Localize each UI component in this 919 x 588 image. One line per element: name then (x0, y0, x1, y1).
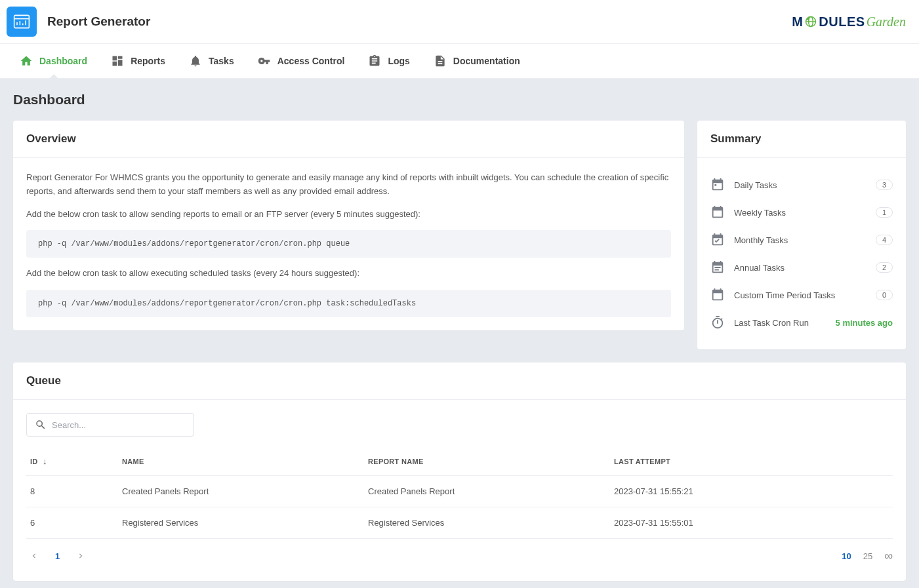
summary-list: Daily Tasks 3 Weekly Tasks 1 Monthly Tas… (710, 171, 893, 336)
topbar: Report Generator M DULES Garden (0, 0, 919, 44)
chevron-left-icon (30, 551, 39, 560)
cell-name: Registered Services (118, 507, 364, 539)
brand-part1: M (792, 14, 803, 29)
overview-cron2-label: Add the below cron task to allow executi… (26, 267, 671, 281)
summary-body: Daily Tasks 3 Weekly Tasks 1 Monthly Tas… (697, 158, 906, 349)
nav-label: Reports (131, 56, 165, 66)
summary-last-run-value: 5 minutes ago (836, 318, 893, 328)
search-wrap (26, 413, 893, 437)
table-row[interactable]: 6 Registered Services Registered Service… (26, 507, 893, 539)
summary-item-last-run: Last Task Cron Run 5 minutes ago (710, 309, 893, 336)
clipboard-icon (368, 54, 381, 68)
cell-id: 6 (26, 507, 118, 539)
stopwatch-icon (710, 315, 725, 330)
nav-label: Access Control (277, 56, 345, 66)
cell-attempt: 2023-07-31 15:55:21 (610, 476, 893, 507)
topbar-left: Report Generator (7, 7, 150, 37)
report-icon (12, 12, 31, 31)
pager-prev[interactable] (26, 548, 42, 564)
nav-tasks[interactable]: Tasks (177, 44, 246, 78)
page-body: Dashboard Overview Report Generator For … (0, 79, 919, 588)
summary-count: 2 (876, 262, 893, 273)
nav-access-control[interactable]: Access Control (246, 44, 357, 78)
key-icon (258, 54, 271, 68)
summary-count: 3 (876, 180, 893, 190)
queue-table: ID ↓ NAME REPORT NAME LAST ATTEMPT 8 Cre… (26, 447, 893, 539)
nav-label: Documentation (453, 56, 520, 66)
globe-icon (804, 15, 817, 28)
col-name-header[interactable]: NAME (118, 447, 364, 476)
brand-part3: Garden (867, 14, 906, 29)
page-title: Dashboard (13, 92, 906, 108)
overview-cron1-label: Add the below cron task to allow sending… (26, 208, 671, 222)
nav-logs[interactable]: Logs (356, 44, 421, 78)
doc-icon (434, 54, 447, 68)
nav-label: Dashboard (39, 56, 87, 66)
calendar-icon (710, 288, 725, 302)
cell-id: 8 (26, 476, 118, 507)
overview-cron2-cmd: php -q /var/www/modules/addons/reportgen… (26, 290, 671, 317)
pager: 1 (26, 548, 89, 564)
queue-heading: Queue (13, 363, 906, 400)
cell-report: Created Panels Report (364, 476, 610, 507)
home-icon (20, 54, 33, 68)
page-size-25[interactable]: 25 (863, 551, 872, 561)
calendar-icon (710, 205, 725, 220)
col-id-header[interactable]: ID ↓ (26, 447, 118, 476)
overview-intro: Report Generator For WHMCS grants you th… (26, 171, 671, 199)
overview-heading: Overview (13, 121, 684, 158)
brand-part2: DULES (819, 14, 865, 29)
summary-item-custom[interactable]: Custom Time Period Tasks 0 (710, 281, 893, 309)
svg-rect-0 (14, 15, 30, 28)
pager-next[interactable] (73, 548, 89, 564)
calendar-list-icon (710, 260, 725, 275)
summary-card: Summary Daily Tasks 3 Weekly Tasks 1 (697, 121, 906, 349)
overview-card: Overview Report Generator For WHMCS gran… (13, 121, 684, 330)
queue-card: Queue ID ↓ NAME REPORT NAME (13, 363, 906, 581)
search-input[interactable] (52, 420, 187, 430)
overview-cron1-cmd: php -q /var/www/modules/addons/reportgen… (26, 230, 671, 258)
summary-item-monthly[interactable]: Monthly Tasks 4 (710, 226, 893, 254)
cell-name: Created Panels Report (118, 476, 364, 507)
summary-label: Monthly Tasks (734, 235, 867, 245)
summary-item-daily[interactable]: Daily Tasks 3 (710, 171, 893, 199)
pager-page-1[interactable]: 1 (51, 550, 64, 562)
table-row[interactable]: 8 Created Panels Report Created Panels R… (26, 476, 893, 507)
summary-heading: Summary (697, 121, 906, 158)
main-nav: Dashboard Reports Tasks Access Control L… (0, 44, 919, 79)
sort-desc-icon: ↓ (43, 456, 47, 466)
summary-item-annual[interactable]: Annual Tasks 2 (710, 254, 893, 281)
table-footer: 1 10 25 ∞ (26, 539, 893, 568)
calendar-day-icon (710, 178, 725, 192)
col-id-label: ID (30, 458, 38, 465)
nav-label: Logs (388, 56, 409, 66)
search-box[interactable] (26, 413, 194, 437)
calendar-check-icon (710, 233, 725, 247)
page-size-all[interactable]: ∞ (884, 550, 893, 562)
summary-last-run-label: Last Task Cron Run (734, 318, 827, 328)
nav-dashboard[interactable]: Dashboard (8, 44, 99, 78)
nav-documentation[interactable]: Documentation (422, 44, 532, 78)
app-icon (7, 7, 37, 37)
bell-icon (189, 54, 202, 68)
summary-count: 0 (876, 290, 893, 300)
summary-label: Annual Tasks (734, 263, 867, 273)
summary-item-weekly[interactable]: Weekly Tasks 1 (710, 199, 893, 226)
queue-body: ID ↓ NAME REPORT NAME LAST ATTEMPT 8 Cre… (13, 400, 906, 581)
brand-logo: M DULES Garden (792, 14, 906, 29)
cell-report: Registered Services (364, 507, 610, 539)
app-title: Report Generator (47, 14, 150, 29)
col-attempt-header[interactable]: LAST ATTEMPT (610, 447, 893, 476)
summary-count: 1 (876, 207, 893, 218)
summary-label: Custom Time Period Tasks (734, 290, 867, 300)
col-report-header[interactable]: REPORT NAME (364, 447, 610, 476)
summary-count: 4 (876, 235, 893, 245)
table-header-row: ID ↓ NAME REPORT NAME LAST ATTEMPT (26, 447, 893, 476)
widgets-icon (111, 54, 124, 68)
top-row: Overview Report Generator For WHMCS gran… (13, 121, 906, 349)
chevron-right-icon (76, 551, 85, 560)
nav-label: Tasks (209, 56, 234, 66)
page-size-10[interactable]: 10 (842, 551, 851, 561)
nav-reports[interactable]: Reports (99, 44, 177, 78)
overview-body: Report Generator For WHMCS grants you th… (13, 158, 684, 330)
